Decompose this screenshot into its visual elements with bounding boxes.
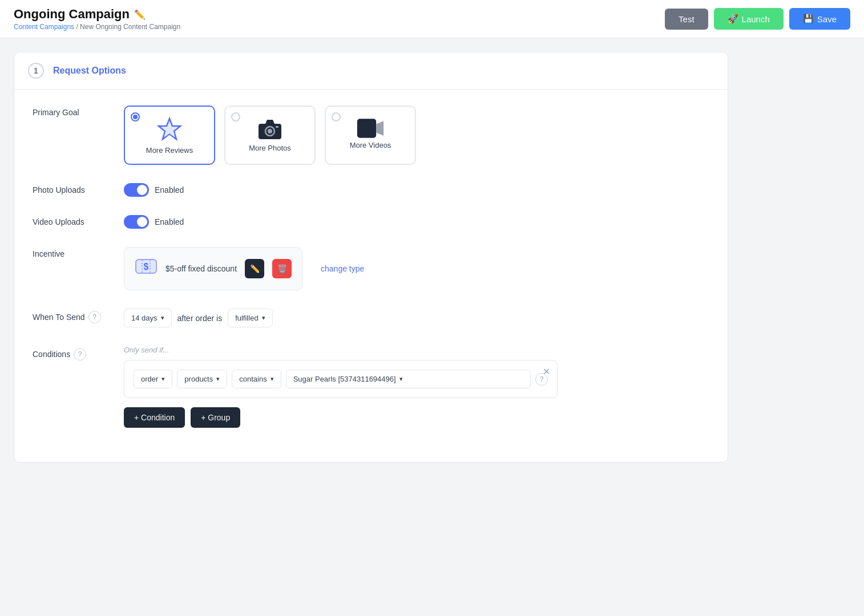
days-chevron-icon: ▾ xyxy=(161,314,164,322)
goal-radio-photos xyxy=(231,112,240,121)
breadcrumb: Content Campaigns / New Ongoing Content … xyxy=(14,23,180,31)
breadcrumb-current: New Ongoing Content Campaign xyxy=(80,23,180,31)
value-chevron-icon: ▾ xyxy=(399,375,403,383)
launch-icon: 🚀 xyxy=(728,14,738,24)
goal-cards: More Reviews xyxy=(124,106,709,165)
days-value: 14 days xyxy=(131,314,158,322)
video-icon xyxy=(356,116,385,141)
breadcrumb-link[interactable]: Content Campaigns xyxy=(14,23,74,31)
goal-radio-reviews xyxy=(131,112,140,121)
goal-cards-container: More Reviews xyxy=(124,106,709,165)
goal-label-photos: More Photos xyxy=(249,144,291,152)
edit-incentive-button[interactable]: ✏️ xyxy=(245,259,264,278)
attribute-value: products xyxy=(184,375,213,383)
status-chevron-icon: ▾ xyxy=(262,314,265,322)
breadcrumb-separator: / xyxy=(76,23,78,31)
conditions-label: Conditions ? xyxy=(33,346,124,360)
step-badge: 1 xyxy=(28,63,44,79)
operator-value: contains xyxy=(239,375,267,383)
video-uploads-toggle[interactable] xyxy=(124,215,149,229)
attribute-select[interactable]: products ▾ xyxy=(177,370,227,388)
value-select[interactable]: Sugar Pearls [5374311694496] ▾ xyxy=(286,370,531,388)
send-row: 14 days ▾ after order is fulfilled ▾ xyxy=(124,309,709,327)
goal-label-reviews: More Reviews xyxy=(146,146,193,155)
photo-uploads-toggle[interactable] xyxy=(124,183,149,197)
add-group-button[interactable]: + Group xyxy=(191,407,240,428)
main-content: 1 Request Options Primary Goal xyxy=(0,38,742,476)
conditions-actions: + Condition + Group xyxy=(124,407,709,428)
svg-point-4 xyxy=(268,129,272,133)
goal-radio-videos xyxy=(332,112,341,121)
test-button[interactable]: Test xyxy=(665,9,708,30)
primary-goal-row: Primary Goal More Revi xyxy=(33,106,709,165)
conditions-hint: Only send if... xyxy=(124,346,709,354)
when-to-send-content: 14 days ▾ after order is fulfilled ▾ xyxy=(124,309,709,327)
save-label: Save xyxy=(817,14,837,24)
app-header: Ongoing Campaign ✏️ Content Campaigns / … xyxy=(0,0,864,38)
photo-uploads-toggle-row: Enabled xyxy=(124,183,709,197)
goal-card-videos[interactable]: More Videos xyxy=(325,106,416,165)
incentive-description: $5-off fixed discount xyxy=(165,264,237,273)
page-title-text: Ongoing Campaign xyxy=(14,7,130,22)
conditions-content: Only send if... ✕ order ▾ products ▾ xyxy=(124,346,709,428)
when-to-send-text: When To Send xyxy=(33,313,85,322)
section-card: 1 Request Options Primary Goal xyxy=(14,52,728,463)
status-value: fulfilled xyxy=(235,314,258,322)
section-title: Request Options xyxy=(53,66,126,76)
camera-icon xyxy=(257,116,283,144)
video-uploads-toggle-row: Enabled xyxy=(124,215,709,229)
entity-value: order xyxy=(141,375,158,383)
conditions-text: Conditions xyxy=(33,350,70,359)
incentive-row: Incentive $ $5 xyxy=(33,247,709,290)
star-icon xyxy=(155,116,184,146)
when-to-send-help-icon[interactable]: ? xyxy=(88,311,101,323)
goal-card-photos[interactable]: More Photos xyxy=(224,106,316,165)
goal-label-videos: More Videos xyxy=(350,141,391,149)
launch-label: Launch xyxy=(742,14,770,24)
incentive-box: $ $5-off fixed discount ✏️ 🗑️ xyxy=(124,247,302,290)
video-uploads-status: Enabled xyxy=(155,217,184,226)
save-button[interactable]: 💾 Save xyxy=(789,8,850,30)
conditions-help-icon[interactable]: ? xyxy=(74,348,86,360)
photo-uploads-row: Photo Uploads Enabled xyxy=(33,183,709,197)
condition-close-icon[interactable]: ✕ xyxy=(543,366,550,377)
ticket-icon: $ xyxy=(135,256,158,282)
when-to-send-row: When To Send ? 14 days ▾ after order is … xyxy=(33,309,709,327)
header-actions: Test 🚀 Launch 💾 Save xyxy=(665,8,850,30)
operator-chevron-icon: ▾ xyxy=(270,375,274,383)
page-title: Ongoing Campaign ✏️ xyxy=(14,7,180,22)
section-header: 1 Request Options xyxy=(14,52,728,90)
section-body: Primary Goal More Revi xyxy=(14,90,728,462)
goal-card-reviews[interactable]: More Reviews xyxy=(124,106,215,165)
edit-title-icon[interactable]: ✏️ xyxy=(134,9,146,20)
video-uploads-label: Video Uploads xyxy=(33,215,124,226)
add-condition-button[interactable]: + Condition xyxy=(124,407,185,428)
photo-uploads-content: Enabled xyxy=(124,183,709,197)
when-to-send-label: When To Send ? xyxy=(33,309,124,323)
after-order-text: after order is xyxy=(177,314,223,323)
video-uploads-row: Video Uploads Enabled xyxy=(33,215,709,229)
condition-row: order ▾ products ▾ contains ▾ xyxy=(134,370,548,388)
operator-select[interactable]: contains ▾ xyxy=(232,370,281,388)
svg-rect-6 xyxy=(357,119,376,137)
launch-button[interactable]: 🚀 Launch xyxy=(714,8,784,30)
entity-select[interactable]: order ▾ xyxy=(134,370,172,388)
attribute-chevron-icon: ▾ xyxy=(216,375,220,383)
status-select[interactable]: fulfilled ▾ xyxy=(228,309,272,327)
change-type-link[interactable]: change type xyxy=(321,264,364,273)
condition-box: ✕ order ▾ products ▾ contains xyxy=(124,360,558,398)
conditions-row: Conditions ? Only send if... ✕ order ▾ xyxy=(33,346,709,428)
delete-incentive-button[interactable]: 🗑️ xyxy=(272,259,292,278)
value-text: Sugar Pearls [5374311694496] xyxy=(293,375,396,383)
entity-chevron-icon: ▾ xyxy=(162,375,165,383)
photo-uploads-status: Enabled xyxy=(155,185,184,194)
days-select[interactable]: 14 days ▾ xyxy=(124,309,172,327)
photo-uploads-label: Photo Uploads xyxy=(33,183,124,194)
save-icon: 💾 xyxy=(803,14,814,24)
incentive-content: $ $5-off fixed discount ✏️ 🗑️ change typ… xyxy=(124,247,709,290)
svg-text:$: $ xyxy=(144,262,149,271)
primary-goal-label: Primary Goal xyxy=(33,106,124,117)
when-to-send-label-group: When To Send ? xyxy=(33,311,124,323)
svg-rect-5 xyxy=(276,126,278,128)
svg-marker-7 xyxy=(376,121,383,136)
